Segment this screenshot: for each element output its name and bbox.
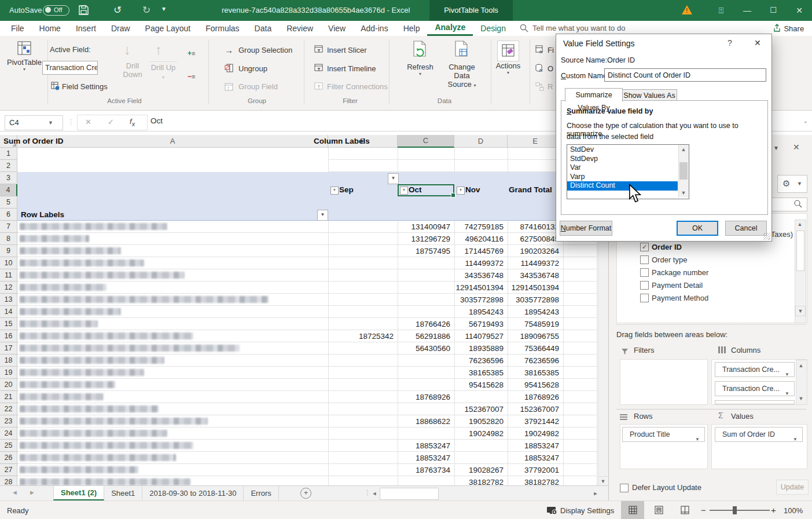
- group-field-button[interactable]: Group Field: [238, 82, 278, 91]
- maximize-button[interactable]: ☐: [765, 0, 782, 21]
- cell-C21[interactable]: 18768926: [398, 393, 450, 401]
- zoom-slider-track[interactable]: [710, 510, 770, 511]
- cell-E15[interactable]: 75485919: [508, 320, 559, 328]
- zoom-level[interactable]: 100%: [784, 506, 803, 515]
- tab-add-ins[interactable]: Add-ins: [353, 21, 395, 36]
- cell-D15[interactable]: 56719493: [454, 320, 504, 328]
- cell-E24[interactable]: 19024982: [508, 429, 559, 438]
- row-header-2[interactable]: 2: [0, 160, 17, 172]
- cell-E21[interactable]: 18768926: [508, 393, 559, 401]
- row-header-21[interactable]: 21: [0, 391, 17, 403]
- cell-E14[interactable]: 18954243: [508, 308, 559, 316]
- row-header-24[interactable]: 24: [0, 427, 17, 440]
- values-area-box[interactable]: Sum of Order ID▼: [711, 424, 807, 469]
- field-item-order-id[interactable]: ✓Order ID: [617, 241, 791, 254]
- calc-option-var[interactable]: Var: [567, 163, 678, 173]
- dialog-resize-grip[interactable]: [763, 233, 770, 240]
- row-header-3[interactable]: 3: [0, 172, 17, 184]
- cell-E20[interactable]: 95415628: [508, 381, 559, 389]
- row-header-11[interactable]: 11: [0, 269, 17, 282]
- tab-formulas[interactable]: Formulas: [198, 21, 247, 36]
- cell-D7[interactable]: 742759185: [454, 222, 504, 231]
- relationships-button[interactable]: R: [548, 82, 553, 91]
- field-settings-button[interactable]: Field Settings: [62, 82, 108, 91]
- group-selection-button[interactable]: Group Selection: [238, 46, 292, 54]
- field-checkbox[interactable]: ✓: [640, 243, 649, 251]
- save-icon[interactable]: [79, 5, 89, 17]
- name-box-dropdown-icon[interactable]: ▼: [48, 116, 53, 130]
- cell-C7[interactable]: 131400947: [398, 222, 450, 231]
- actions-button[interactable]: Actions ▾: [494, 41, 522, 75]
- pivottable-button[interactable]: PivotTable ▾: [5, 41, 44, 72]
- cell-D17[interactable]: 18935889: [454, 344, 504, 353]
- hscroll-right-icon[interactable]: ►: [591, 489, 600, 498]
- row-header-8[interactable]: 8: [0, 233, 17, 245]
- active-field-input[interactable]: Transaction Creat: [42, 61, 98, 75]
- tab-analyze[interactable]: Analyze: [427, 21, 473, 36]
- cell-D28[interactable]: 38182782: [454, 478, 504, 485]
- cell-C17[interactable]: 56430560: [398, 344, 450, 353]
- cell-C26[interactable]: 18853247: [398, 454, 450, 462]
- row-header-25[interactable]: 25: [0, 440, 17, 452]
- cell-C9[interactable]: 18757495: [398, 247, 450, 255]
- tab-insert[interactable]: Insert: [68, 21, 104, 36]
- chevron-down-icon[interactable]: ▼: [785, 368, 789, 382]
- tab-page-layout[interactable]: Page Layout: [138, 21, 199, 36]
- autosave-toggle[interactable]: Off: [43, 5, 69, 16]
- column-header-A[interactable]: A: [17, 135, 328, 148]
- scrollbar-thumb[interactable]: [679, 162, 688, 180]
- change-data-source-button[interactable]: Change Data Source ▾: [441, 41, 483, 89]
- expand-icon[interactable]: +: [457, 187, 465, 195]
- tab-view[interactable]: View: [321, 21, 353, 36]
- quick-access-dropdown-icon[interactable]: ▾: [162, 5, 166, 13]
- pane-tools-button[interactable]: ⚙ ▼: [777, 175, 807, 193]
- collapse-field-icon[interactable]: −≡: [188, 71, 195, 81]
- cell-D27[interactable]: 19028267: [454, 466, 504, 474]
- defer-layout-checkbox[interactable]: [620, 484, 629, 492]
- minimize-button[interactable]: —: [738, 0, 756, 21]
- zoom-out-icon[interactable]: −: [701, 505, 706, 515]
- row-header-1[interactable]: 1: [0, 148, 17, 160]
- expand-icon[interactable]: +: [330, 187, 339, 195]
- chevron-down-icon[interactable]: ▼: [695, 433, 700, 447]
- cell-D20[interactable]: 95415628: [454, 381, 504, 389]
- cell-D11[interactable]: 343536748: [454, 271, 504, 280]
- values-pill-0[interactable]: Sum of Order ID▼: [715, 427, 803, 442]
- cell-E9[interactable]: 190203264: [508, 247, 559, 255]
- scroll-up-icon[interactable]: ▲: [795, 220, 804, 229]
- zoom-slider-thumb[interactable]: [733, 506, 737, 514]
- cell-D8[interactable]: 496204116: [454, 235, 504, 243]
- zoom-in-icon[interactable]: +: [771, 505, 776, 515]
- field-checkbox[interactable]: [640, 281, 649, 290]
- calculation-listbox[interactable]: StdDevStdDevpVarVarpDistinct Count ▲ ▼: [567, 144, 689, 199]
- cell-D18[interactable]: 76236596: [454, 356, 504, 365]
- cell-E17[interactable]: 75366449: [508, 344, 559, 353]
- row-header-26[interactable]: 26: [0, 452, 17, 464]
- tab-review[interactable]: Review: [279, 21, 321, 36]
- cell-E22[interactable]: 152367007: [508, 405, 559, 414]
- expand-formula-bar-icon[interactable]: ⌄: [803, 118, 808, 124]
- cell-E28[interactable]: 38182782: [508, 478, 559, 485]
- filter-connections-button[interactable]: Filter Connections: [327, 82, 388, 91]
- scrollbar-thumb[interactable]: [796, 231, 804, 271]
- page-break-view-button[interactable]: [673, 501, 696, 519]
- enter-entry-icon[interactable]: ✓: [108, 118, 114, 126]
- cell-E26[interactable]: 18853247: [508, 454, 559, 462]
- refresh-button[interactable]: Refresh ▾: [405, 41, 435, 76]
- insert-timeline-button[interactable]: Insert Timeline: [327, 64, 376, 73]
- tab-file[interactable]: File: [3, 21, 32, 36]
- sheet-tab-sheet1[interactable]: Sheet1: [104, 486, 142, 500]
- sheet-nav-right-icon[interactable]: ►: [29, 489, 35, 496]
- column-header-E[interactable]: E: [508, 135, 563, 148]
- ribbon-display-options-icon[interactable]: ⍐: [712, 0, 730, 21]
- columns-pill-1[interactable]: Transaction Cre...▼: [715, 381, 795, 396]
- number-format-button[interactable]: Number Format: [560, 221, 612, 236]
- row-header-16[interactable]: 16: [0, 330, 17, 342]
- olap-tools-button[interactable]: O: [548, 64, 553, 73]
- row-header-15[interactable]: 15: [0, 318, 17, 330]
- calc-option-stddev[interactable]: StdDev: [567, 145, 678, 155]
- share-button[interactable]: Share: [773, 23, 804, 34]
- cell-C15[interactable]: 18766426: [398, 320, 450, 328]
- sheet-tab-errors[interactable]: Errors: [244, 486, 278, 500]
- formula-input[interactable]: Oct: [150, 116, 163, 125]
